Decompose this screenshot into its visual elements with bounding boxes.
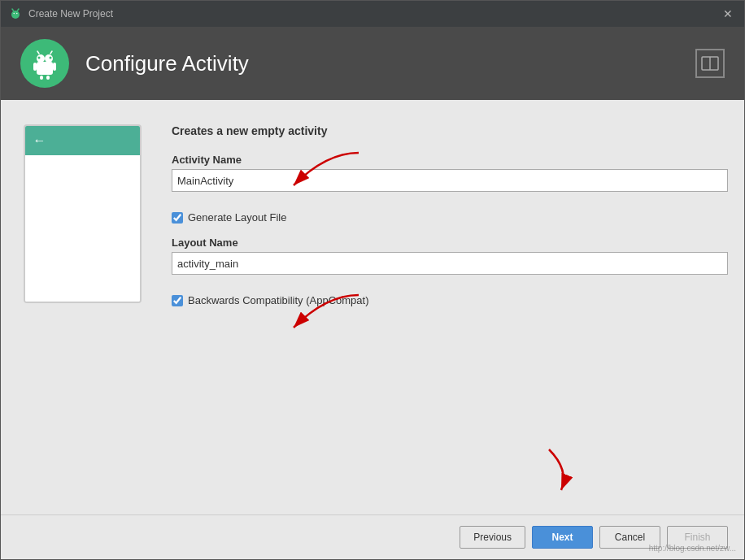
svg-line-12 xyxy=(50,51,52,54)
activity-name-label: Activity Name xyxy=(172,154,728,166)
phone-content-area xyxy=(25,155,140,302)
activity-name-group: Activity Name xyxy=(172,154,728,192)
layout-name-group: Layout Name xyxy=(172,237,728,275)
phone-preview: ← xyxy=(17,124,147,506)
generate-layout-row: Generate Layout File xyxy=(172,211,728,224)
bottom-bar: Previous Next Cancel Finish xyxy=(1,514,744,559)
phone-mockup: ← xyxy=(24,124,142,303)
svg-rect-13 xyxy=(33,63,37,71)
svg-point-8 xyxy=(45,54,53,63)
preview-toggle-icon[interactable] xyxy=(695,49,725,78)
svg-rect-15 xyxy=(40,76,43,80)
window-title: Create New Project xyxy=(28,8,113,20)
phone-top-bar: ← xyxy=(25,126,140,155)
activity-name-input[interactable] xyxy=(172,169,728,192)
backwards-compat-checkbox[interactable] xyxy=(172,295,183,306)
main-window: Create New Project ✕ Configure Activity xyxy=(0,0,745,560)
svg-point-10 xyxy=(50,57,52,59)
header-title: Configure Activity xyxy=(85,51,249,76)
svg-line-11 xyxy=(37,51,39,54)
android-title-icon xyxy=(9,7,22,20)
finish-button[interactable]: Finish xyxy=(667,526,728,549)
layout-name-input[interactable] xyxy=(172,252,728,275)
svg-point-4 xyxy=(14,13,15,14)
header: Configure Activity xyxy=(1,27,744,100)
title-bar: Create New Project ✕ xyxy=(1,1,744,27)
svg-point-7 xyxy=(37,54,45,63)
main-content: ← Creates a new empty activity Activity … xyxy=(1,100,744,514)
generate-layout-label: Generate Layout File xyxy=(188,211,286,224)
close-button[interactable]: ✕ xyxy=(720,6,736,22)
generate-layout-checkbox[interactable] xyxy=(172,212,183,224)
svg-rect-14 xyxy=(53,63,56,71)
svg-line-3 xyxy=(18,9,20,11)
title-bar-left: Create New Project xyxy=(9,7,113,20)
previous-button[interactable]: Previous xyxy=(460,526,525,549)
next-button[interactable]: Next xyxy=(532,526,593,549)
arrow-to-layout-name xyxy=(277,287,375,344)
android-logo xyxy=(20,39,69,88)
phone-back-arrow-icon: ← xyxy=(33,133,46,148)
form-panel: Creates a new empty activity Activity Na… xyxy=(172,124,728,506)
android-logo-svg xyxy=(28,47,61,80)
svg-point-9 xyxy=(38,57,41,59)
layout-name-label: Layout Name xyxy=(172,237,728,249)
svg-line-2 xyxy=(12,9,14,11)
form-subtitle: Creates a new empty activity xyxy=(172,124,728,137)
backwards-compat-row: Backwards Compatibility (AppCompat) xyxy=(172,294,728,306)
cancel-button[interactable]: Cancel xyxy=(599,526,660,549)
svg-rect-6 xyxy=(37,62,53,75)
svg-rect-16 xyxy=(46,76,50,80)
svg-point-5 xyxy=(16,13,17,14)
